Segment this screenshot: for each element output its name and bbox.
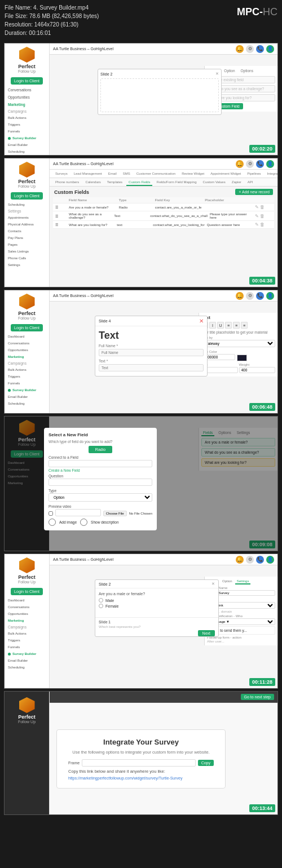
sidebar-item-surveybuilder-1[interactable]: Survey Builder [5, 135, 49, 141]
slide-4-close-3[interactable]: ✕ [199, 318, 204, 324]
nav-icon-user-5[interactable]: 👤 [266, 556, 274, 564]
sidebar-item-bulkactions-5[interactable]: Bulk Actions [5, 630, 49, 637]
align-left-btn-3[interactable]: ≡ [225, 322, 232, 329]
edit-icon-r3[interactable]: ✎ [255, 222, 259, 227]
innertab-calendars-2[interactable]: Calendars [83, 179, 103, 186]
sidebar-item-emailbuilder-1[interactable]: Email Builder [5, 141, 49, 148]
sidebar-item-conversations-3[interactable]: Conversations [5, 340, 49, 347]
subtab-leadmgmt-2[interactable]: Lead Management [72, 171, 104, 178]
sidebar-item-contacts-2[interactable]: Contacts [5, 228, 49, 234]
radio-male-5[interactable] [99, 598, 103, 603]
subtab-email-2[interactable]: Email [106, 171, 119, 178]
fontby-select-3[interactable]: Raleway [201, 340, 275, 347]
sidebar-item-marketing-5[interactable]: Marketing [5, 617, 49, 624]
underline-btn-3[interactable]: U [217, 322, 224, 329]
sidebar-item-pages-2[interactable]: Pages [5, 241, 49, 248]
sidebar-item-marketing-1[interactable]: Marketing [5, 101, 49, 108]
frame-copy-btn-6[interactable]: Copy [198, 760, 214, 766]
login-btn-3[interactable]: Login to Client [11, 324, 43, 331]
nav-icon-phone-3[interactable]: 📞 [256, 292, 264, 300]
sidebar-item-sales-2[interactable]: Sales Listings [5, 248, 49, 255]
sidebar-item-appointments-2[interactable]: Appointments [5, 214, 49, 221]
nav-icon-phone-1[interactable]: 📞 [256, 45, 264, 53]
right-tab-option-1[interactable]: Option [222, 68, 236, 74]
nav-icon-settings-3[interactable]: ⚙ [246, 292, 254, 300]
sidebar-item-funnels-5[interactable]: Funnels [5, 644, 49, 650]
nav-icon-bell-1[interactable]: 🔔 [236, 45, 244, 53]
edit-icon-r1[interactable]: ✎ [255, 205, 259, 210]
sidebar-item-phonecalls-2[interactable]: Phone Calls [5, 255, 49, 262]
modal-upload-btn-4[interactable]: Choose File [103, 511, 127, 516]
del-icon-r1[interactable]: 🗑 [260, 205, 265, 210]
frame-input-6[interactable] [82, 759, 195, 767]
slide-2-close-5[interactable]: ✕ [211, 582, 215, 586]
sidebar-item-scheduling-5[interactable]: Scheduling [5, 664, 49, 671]
align-right-btn-3[interactable]: ≡ [241, 322, 248, 329]
subtab-pipelines-2[interactable]: Pipelines [245, 171, 263, 178]
nav-icon-phone-5[interactable]: 📞 [256, 556, 264, 564]
sidebar-item-triggers-1[interactable]: Triggers [5, 121, 49, 128]
modal-type-btn-4[interactable]: Radio [89, 446, 112, 453]
nav-icon-settings-5[interactable]: ⚙ [246, 556, 254, 564]
sidebar-item-bulkactions-1[interactable]: Bulk Actions [5, 114, 49, 121]
modal-type-select-4[interactable]: Option [49, 493, 152, 502]
subtab-appt-2[interactable]: Appointment Widget [208, 171, 243, 178]
sidebar-item-funnels-3[interactable]: Funnels [5, 380, 49, 387]
right-tab-options-1[interactable]: Options [239, 68, 255, 74]
sidebar-item-funnels-1[interactable]: Funnels [5, 128, 49, 135]
sidebar-item-scheduling-1[interactable]: Scheduling [5, 148, 49, 155]
subtab-surveys-2[interactable]: Surveys [53, 171, 70, 178]
sidebar-item-bulkactions-3[interactable]: Bulk Actions [5, 366, 49, 373]
nav-icon-settings-1[interactable]: ⚙ [246, 45, 254, 53]
innertab-zapier-2[interactable]: Zapier [230, 179, 244, 186]
sidebar-item-dashboard-3[interactable]: Dashboard [5, 333, 49, 340]
sidebar-item-scheduling-3[interactable]: Scheduling [5, 400, 49, 407]
sidebar-item-dashboard-5[interactable]: Dashboard [5, 597, 49, 604]
sidebar-item-settings-2[interactable]: Settings [5, 262, 49, 268]
modal-upload-input-4[interactable] [55, 509, 101, 516]
align-center-btn-3[interactable]: ≡ [233, 322, 240, 329]
modal-newfield-link-4[interactable]: Create a New Field [49, 468, 80, 472]
r5-tab-option-5[interactable]: Option [221, 579, 234, 584]
sidebar-item-surveybuilder-3[interactable]: Survey Builder [5, 387, 49, 393]
add-record-btn-2[interactable]: + Add new record [235, 189, 273, 195]
nav-icon-settings-2[interactable]: ⚙ [246, 160, 254, 168]
innertab-customvalues-2[interactable]: Custom Values [200, 179, 227, 186]
sidebar-item-emailbuilder-5[interactable]: Email Builder [5, 657, 49, 664]
subtab-sms-2[interactable]: SMS [121, 171, 133, 178]
sidebar-item-marketing-3[interactable]: Marketing [5, 353, 49, 360]
subtab-custcomm-2[interactable]: Customer Communication [134, 171, 178, 178]
slide-close-1[interactable]: ✕ [215, 72, 219, 76]
login-btn-5[interactable]: Login to Client [11, 588, 43, 595]
sidebar-item-conversations-1[interactable]: Conversations [5, 86, 49, 94]
nav-icon-user-1[interactable]: 👤 [266, 45, 274, 53]
sidebar-item-emailbuilder-3[interactable]: Email Builder [5, 393, 49, 400]
sidebar-item-opportunities-3[interactable]: Opportunities [5, 347, 49, 353]
next-btn-5[interactable]: Next [198, 630, 215, 636]
link-value-6[interactable]: https://marketingperfectfollowup.com/wid… [68, 776, 214, 780]
login-btn-1[interactable]: Login to Client [11, 77, 43, 85]
modal-radio-showdesc-4[interactable] [80, 519, 87, 526]
nav-icon-bell-5[interactable]: 🔔 [236, 556, 244, 564]
subtab-review-2[interactable]: Review Widget [179, 171, 206, 178]
sidebar-item-opportunities-5[interactable]: Opportunities [5, 610, 49, 617]
goto-next-btn-6[interactable]: Go to next step [241, 694, 274, 700]
modal-checkbox-4[interactable] [49, 511, 53, 516]
sidebar-item-conversations-5[interactable]: Conversations [5, 604, 49, 610]
sidebar-item-physicaladdress-2[interactable]: Physical Address [5, 221, 49, 228]
sidebar-item-opportunities-1[interactable]: Opportunities [5, 94, 49, 101]
weight-input-3[interactable] [239, 367, 276, 373]
innertab-customfields-2[interactable]: Custom Fields [126, 179, 152, 186]
modal-question-input-4[interactable] [49, 479, 152, 486]
sidebar-item-triggers-5[interactable]: Triggers [5, 637, 49, 644]
nav-icon-phone-2[interactable]: 📞 [256, 160, 264, 168]
nav-icon-bell-3[interactable]: 🔔 [236, 292, 244, 300]
modal-radio-addimage-4[interactable] [49, 519, 56, 526]
subtab-integrations-2[interactable]: Integrations [265, 171, 277, 178]
innertab-api-2[interactable]: API [245, 179, 255, 186]
nav-icon-bell-2[interactable]: 🔔 [236, 160, 244, 168]
r5-tab-settings-5[interactable]: Settings [235, 579, 251, 584]
radio-female-5[interactable] [99, 604, 103, 608]
sidebar-item-surveybuilder-5[interactable]: Survey Builder [5, 650, 49, 657]
innertab-templates-2[interactable]: Templates [105, 179, 125, 186]
